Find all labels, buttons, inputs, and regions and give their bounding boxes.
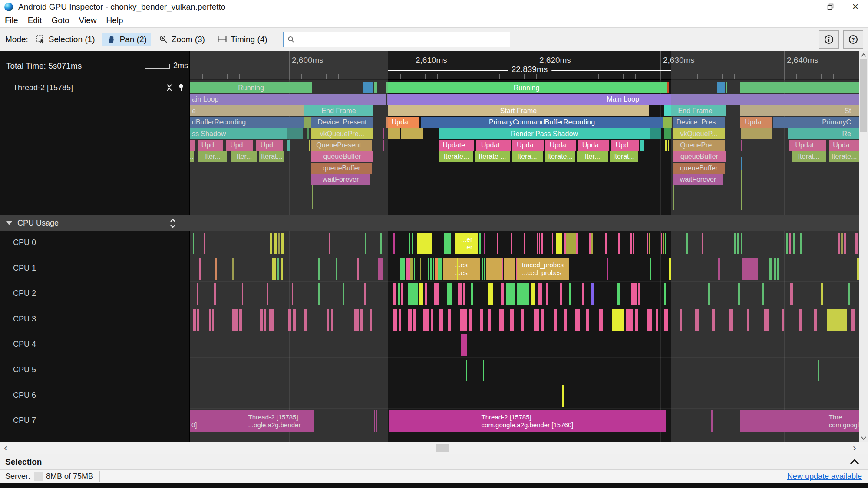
cpu-slice[interactable]	[480, 309, 483, 331]
cpu-slice[interactable]	[661, 233, 662, 254]
trace-span[interactable]	[717, 82, 725, 93]
trace-span[interactable]: Iter...	[231, 151, 257, 162]
cpu-slice[interactable]	[318, 283, 320, 305]
trace-span[interactable]: QueuePre...	[673, 140, 725, 151]
cpu-slice[interactable]	[591, 233, 593, 254]
cpu-slice[interactable]	[647, 309, 652, 331]
cpu-slice[interactable]	[821, 283, 823, 305]
cpu-slice[interactable]	[538, 283, 542, 305]
cpu-slice[interactable]	[408, 309, 412, 331]
cpu-slice[interactable]	[649, 233, 650, 254]
trace-span[interactable]	[309, 140, 310, 151]
cpu-slice[interactable]	[401, 283, 403, 305]
cpu-slice[interactable]	[664, 309, 668, 331]
trace-span[interactable]: Upd...	[198, 140, 223, 151]
trace-span[interactable]: Upda...	[829, 140, 859, 151]
trace-span[interactable]: Upda...	[545, 140, 576, 151]
menu-edit[interactable]: Edit	[23, 16, 47, 25]
cpu-slice[interactable]	[605, 233, 607, 254]
trace-span[interactable]	[663, 117, 672, 128]
cpu-slice[interactable]	[438, 258, 442, 280]
cpu-slice[interactable]	[479, 233, 481, 254]
trace-span[interactable]: queueBuffer	[311, 163, 372, 174]
cpu-slice[interactable]	[511, 233, 512, 254]
trace-span[interactable]	[726, 82, 727, 93]
cpu-slice[interactable]	[484, 258, 485, 280]
cpu-slice[interactable]	[747, 309, 749, 331]
menu-help[interactable]: Help	[101, 16, 128, 25]
cpu-slice[interactable]	[591, 283, 594, 305]
cpu-slice[interactable]	[539, 233, 540, 254]
cpu-slice[interactable]	[469, 309, 472, 331]
cpu-slice[interactable]	[635, 309, 638, 331]
cpu-slice[interactable]	[419, 283, 423, 305]
trace-span[interactable]: PrimaryC	[773, 117, 859, 128]
cpu-slice[interactable]	[782, 309, 784, 331]
cpu-track-5[interactable]	[190, 357, 859, 383]
cpu-slice[interactable]	[267, 283, 268, 305]
trace-span[interactable]: Iterat...	[259, 151, 284, 162]
scroll-right-icon[interactable]: ›	[849, 442, 860, 454]
cpu-slice[interactable]	[288, 309, 291, 331]
cpu-slice[interactable]	[212, 309, 214, 331]
trace-span[interactable]	[363, 82, 373, 93]
cpu-slice[interactable]	[695, 309, 699, 331]
cpu-slice[interactable]	[686, 233, 688, 254]
cpu-slice[interactable]	[818, 360, 819, 381]
cpu-slice[interactable]: 0]	[190, 410, 236, 432]
cpu-slice[interactable]	[582, 283, 584, 305]
trace-span[interactable]: Iter...	[577, 151, 608, 162]
cpu-slice[interactable]	[239, 309, 242, 331]
trace-span[interactable]	[388, 128, 400, 139]
cpu-slice[interactable]	[554, 309, 557, 331]
cpu-slice[interactable]	[793, 233, 795, 254]
cpu-slice[interactable]	[425, 283, 427, 305]
cpu-slice[interactable]: traced_probes ...ced_probes	[517, 258, 569, 280]
cpu-slice[interactable]	[656, 309, 658, 331]
cpu-track-2[interactable]	[190, 281, 859, 306]
trace-span[interactable]: Iterat...	[792, 151, 826, 162]
trace-span[interactable]: QueuePresent...	[311, 140, 372, 151]
trace-span[interactable]: Iterate...	[545, 151, 575, 162]
cpu-slice[interactable]	[800, 233, 802, 254]
reorder-track-icon[interactable]	[168, 218, 177, 229]
collapse-track-icon[interactable]	[165, 83, 173, 92]
cpu-slice[interactable]	[738, 283, 740, 305]
cpu-slice[interactable]	[586, 309, 589, 331]
cpu-slice[interactable]	[841, 233, 843, 254]
trace-span[interactable]	[741, 128, 772, 139]
close-button[interactable]: ✕	[843, 0, 868, 13]
cpu-slice[interactable]	[848, 283, 850, 305]
cpu-slice[interactable]	[482, 258, 483, 280]
cpu-slice[interactable]	[650, 258, 651, 280]
cpu-slice[interactable]	[537, 233, 538, 254]
cpu-slice[interactable]	[630, 233, 632, 254]
cpu-slice[interactable]	[412, 233, 413, 254]
cpu-slice[interactable]	[517, 283, 529, 305]
cpu-slice[interactable]	[499, 309, 504, 331]
cpu-slice[interactable]: Thre com.googl	[740, 410, 859, 432]
cpu-slice[interactable]: Thread-2 [15785] com.google.a2g.bender […	[389, 410, 666, 432]
cpu-slice[interactable]	[504, 258, 515, 280]
cpu-track-4[interactable]	[190, 332, 859, 357]
trace-span[interactable]	[668, 140, 669, 151]
cpu-slice[interactable]: Thread-2 [15785] ...ogle.a2g.bender	[235, 410, 314, 432]
cpu-slice[interactable]	[447, 283, 452, 305]
cpu-slice[interactable]	[764, 309, 769, 331]
cpu-slice[interactable]	[400, 258, 405, 280]
cpu-slice[interactable]	[270, 233, 272, 254]
cpu-slice[interactable]	[444, 233, 451, 254]
cpu-slice[interactable]	[364, 283, 366, 305]
trace-span[interactable]	[304, 117, 311, 128]
cpu-slice[interactable]	[488, 283, 493, 305]
cpu-slice[interactable]	[488, 309, 491, 331]
pin-icon[interactable]	[178, 83, 185, 92]
cpu-slice[interactable]	[272, 258, 276, 280]
cpu-slice[interactable]	[354, 309, 359, 331]
trace-span[interactable]: Iterate ...	[475, 151, 510, 162]
trace-span[interactable]: ...	[190, 140, 195, 151]
trace-span[interactable]: Iter...	[198, 151, 227, 162]
cpu-slice[interactable]	[417, 233, 432, 254]
trace-span[interactable]: vkQueueP...	[673, 128, 725, 139]
cpu-slice[interactable]	[607, 258, 608, 280]
